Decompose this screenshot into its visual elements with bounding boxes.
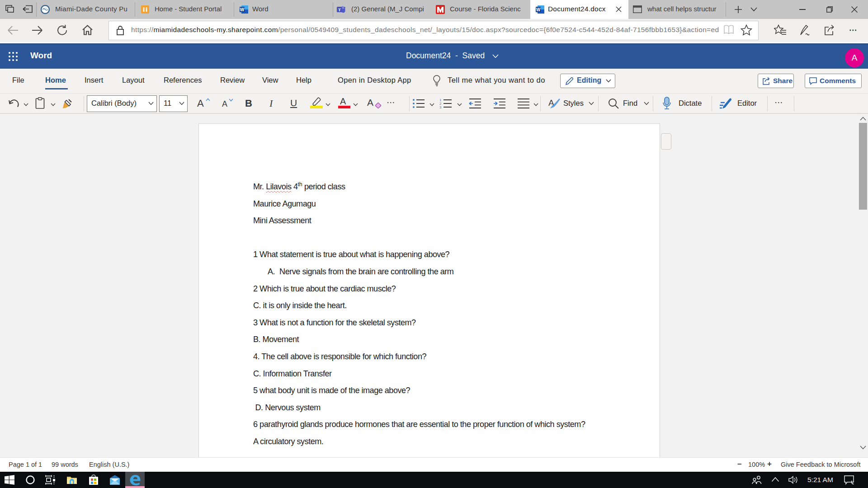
- svg-text:W: W: [536, 7, 541, 12]
- svg-text:T: T: [338, 7, 341, 12]
- svg-text:3: 3: [439, 105, 442, 109]
- svg-text:W: W: [240, 7, 245, 12]
